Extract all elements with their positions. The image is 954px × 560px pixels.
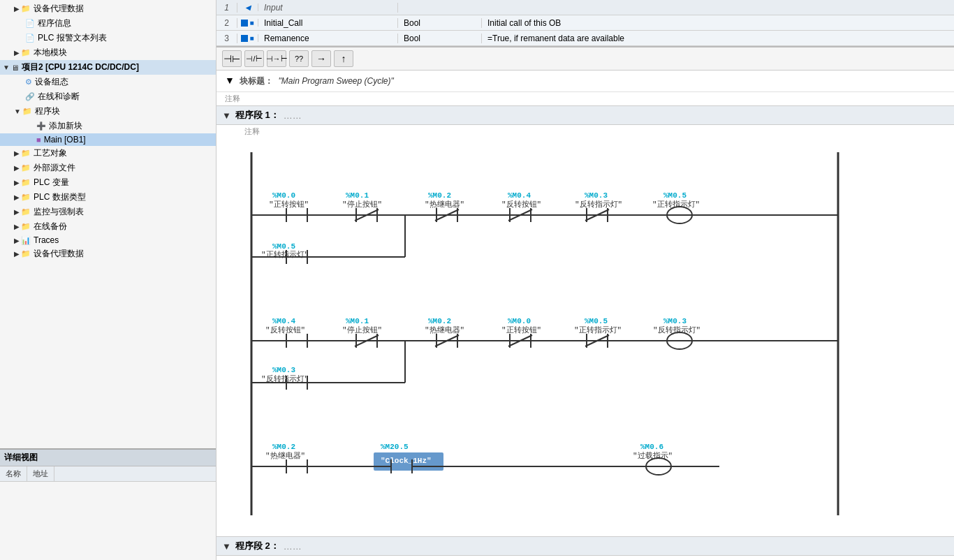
svg-text:"热继电器": "热继电器" <box>265 451 305 460</box>
row-name-2: Initial_Call <box>258 18 398 28</box>
segment2-collapse[interactable]: ▼ <box>222 541 231 552</box>
interface-table: 1 ◀ Input 2 ■ Initial_Call Bool Init <box>217 0 954 47</box>
row-num-2: 2 <box>217 18 237 28</box>
row-name-3: Remanence <box>258 34 398 43</box>
svg-text:"正转按钮": "正转按钮" <box>269 200 309 209</box>
segment1-comment: 注释 <box>217 125 954 138</box>
block-title-bar: ▼ 块标题： "Main Program Sweep (Cycle)" <box>217 71 954 92</box>
branch-close-button[interactable]: ↑ <box>334 50 353 67</box>
branch-open-button[interactable]: → <box>311 50 331 67</box>
collapse-arrow[interactable]: ▼ <box>225 75 235 86</box>
folder-icon-3: 📁 <box>22 107 32 116</box>
tree-item-traces[interactable]: ▶ 📊 Traces <box>0 234 216 246</box>
svg-text:%M0.5: %M0.5 <box>585 317 608 325</box>
svg-text:%M0.3: %M0.3 <box>585 191 608 200</box>
tree-item-plc-alarm[interactable]: 📄 PLC 报警文本列表 <box>0 31 216 45</box>
doc-icon: 📄 <box>25 19 35 28</box>
detail-columns: 名称 地址 <box>0 466 216 482</box>
add-icon: ➕ <box>36 121 46 131</box>
contact-p-button[interactable]: ⊣→⊢ <box>267 50 286 67</box>
tree-item-plc-var[interactable]: ▶ 📁 PLC 变量 <box>0 175 216 190</box>
left-panel: ▶ 📁 设备代理数据 📄 程序信息 📄 PLC 报警文本列表 ▶ 📁 本地模块 … <box>0 0 217 560</box>
block-title-label: 块标题： <box>240 76 273 86</box>
diag-icon: 🔗 <box>25 92 35 101</box>
tree-item-local-module[interactable]: ▶ 📁 本地模块 <box>0 45 216 60</box>
contact-nc-button[interactable]: ⊣/⊢ <box>244 50 264 67</box>
detail-header: 详细视图 <box>0 450 216 466</box>
svg-text:%M0.2: %M0.2 <box>428 317 451 325</box>
row-type-3: Bool <box>398 34 482 43</box>
tree-item-online-backup[interactable]: ▶ 📁 在线备份 <box>0 219 216 234</box>
row-icon-2: ■ <box>237 19 258 27</box>
folder-icon-2: 📁 <box>21 48 31 57</box>
right-panel: 1 ◀ Input 2 ■ Initial_Call Bool Init <box>217 0 954 560</box>
row-num: 1 <box>217 3 237 13</box>
tree-item-plc-data-type[interactable]: ▶ 📁 PLC 数据类型 <box>0 190 216 205</box>
folder-icon-4: 📁 <box>21 149 31 158</box>
tree-item-device-proxy-top[interactable]: ▶ 📁 设备代理数据 <box>0 1 216 16</box>
blue-square-icon-2 <box>241 35 248 42</box>
tree-item-tech-obj[interactable]: ▶ 📁 工艺对象 <box>0 146 216 161</box>
row-icon-3: ■ <box>237 34 258 42</box>
svg-text:"正转按钮": "正转按钮" <box>501 325 541 334</box>
svg-text:%M20.5: %M20.5 <box>381 443 409 451</box>
svg-text:"热继电器": "热继电器" <box>425 325 464 334</box>
tree-item-monitor-force[interactable]: ▶ 📁 监控与强制表 <box>0 205 216 219</box>
segment1-collapse[interactable]: ▼ <box>222 110 231 121</box>
svg-text:%M0.3: %M0.3 <box>272 366 295 374</box>
folder-icon-5: 📁 <box>21 163 31 172</box>
svg-text:"正转指示灯": "正转指示灯" <box>261 251 309 259</box>
tree-item-program-info[interactable]: 📄 程序信息 <box>0 16 216 31</box>
svg-text:%M0.0: %M0.0 <box>272 191 295 200</box>
svg-text:"反转按钮": "反转按钮" <box>265 325 305 334</box>
svg-text:"反转按钮": "反转按钮" <box>501 200 541 209</box>
row-type-2: Bool <box>398 18 482 28</box>
tree-item-program-block[interactable]: ▼ 📁 程序块 <box>0 104 216 119</box>
tree-item-online-diag[interactable]: 🔗 在线和诊断 <box>0 89 216 104</box>
svg-text:%M0.3: %M0.3 <box>663 317 687 325</box>
svg-text:%M0.1: %M0.1 <box>346 317 369 325</box>
ladder-area[interactable]: ▼ 程序段 1： …… 注释 %M0.0 "正转按 <box>217 105 954 560</box>
interface-row-3: 3 ■ Remanence Bool =True, if remanent da… <box>217 31 954 46</box>
tree-item-main-ob1[interactable]: ■ Main [OB1] <box>0 133 216 146</box>
folder-icon-10: 📁 <box>21 249 31 258</box>
svg-text:"停止按钮": "停止按钮" <box>342 325 382 334</box>
cpu-icon: 🖥 <box>11 64 19 72</box>
folder-icon-6: 📁 <box>21 178 31 187</box>
block-comment: 注释 <box>217 92 954 105</box>
tree-item-project2[interactable]: ▼ 🖥 项目2 [CPU 1214C DC/DC/DC] <box>0 60 216 75</box>
svg-text:"正转指示灯": "正转指示灯" <box>574 326 622 334</box>
block-title-value: "Main Program Sweep (Cycle)" <box>279 76 394 86</box>
tree-item-device-proxy-bot[interactable]: ▶ 📁 设备代理数据 <box>0 246 216 261</box>
ladder-toolbar: ⊣⊢ ⊣/⊢ ⊣→⊢ ?? → ↑ <box>217 47 954 71</box>
traces-icon: 📊 <box>21 236 31 245</box>
tree-item-ext-source[interactable]: ▶ 📁 外部源文件 <box>0 161 216 175</box>
box-button[interactable]: ?? <box>289 50 309 67</box>
folder-icon: 📁 <box>21 4 31 13</box>
segment2-header: ▼ 程序段 2： …… <box>217 536 954 556</box>
svg-text:"停止按钮": "停止按钮" <box>342 200 382 209</box>
detail-view: 详细视图 名称 地址 <box>0 448 216 560</box>
contact-no-button[interactable]: ⊣⊢ <box>222 50 242 67</box>
svg-text:%M0.0: %M0.0 <box>508 317 531 325</box>
doc-icon-3: ⚙ <box>25 78 32 87</box>
tree-item-add-block[interactable]: ➕ 添加新块 <box>0 119 216 133</box>
row-name: Input <box>258 3 398 13</box>
svg-text:%M0.2: %M0.2 <box>272 443 295 451</box>
detail-col-addr: 地址 <box>27 466 54 481</box>
tree-item-device-config[interactable]: ⚙ 设备组态 <box>0 75 216 89</box>
row-comment-2: Initial call of this OB <box>482 18 954 28</box>
folder-icon-9: 📁 <box>21 222 31 231</box>
ob-icon: ■ <box>36 135 41 144</box>
svg-text:%M0.5: %M0.5 <box>663 191 687 200</box>
folder-icon-7: 📁 <box>21 193 31 202</box>
row-direction-icon: ◀ <box>237 3 258 11</box>
interface-row-2: 2 ■ Initial_Call Bool Initial call of th… <box>217 15 954 31</box>
project-tree: ▶ 📁 设备代理数据 📄 程序信息 📄 PLC 报警文本列表 ▶ 📁 本地模块 … <box>0 0 216 448</box>
blue-square-icon <box>241 20 248 27</box>
ladder-svg-1: %M0.0 "正转按钮" %M0.1 "停止按钮" %M0.2 "热继电器" <box>230 145 859 522</box>
folder-icon-8: 📁 <box>21 207 31 216</box>
svg-text:%M0.4: %M0.4 <box>272 317 295 325</box>
row-num-3: 3 <box>217 34 237 43</box>
detail-col-name: 名称 <box>0 466 27 481</box>
